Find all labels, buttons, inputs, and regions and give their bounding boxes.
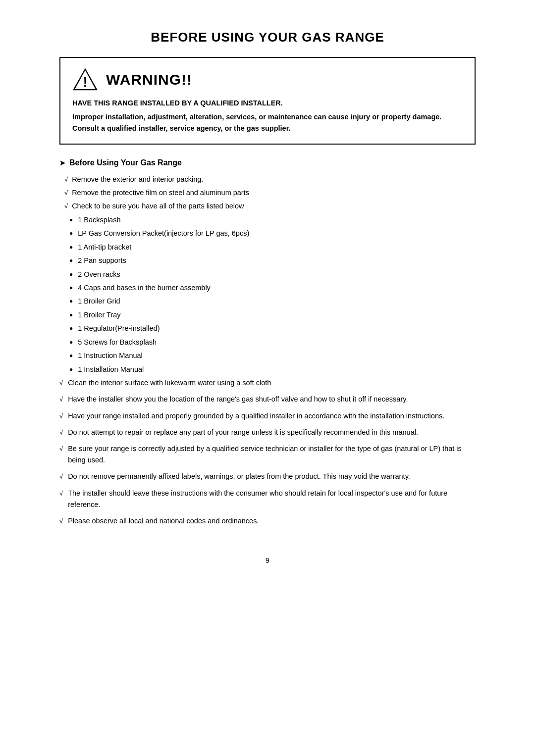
paragraph-item: √ Have the installer show you the locati… xyxy=(59,394,476,405)
warning-title: WARNING!! xyxy=(106,71,192,88)
check-item-text: Remove the exterior and interior packing… xyxy=(72,174,203,185)
check-mark-icon: √ xyxy=(59,472,63,482)
check-mark-icon: √ xyxy=(59,395,63,405)
section-heading: Before Using Your Gas Range xyxy=(59,158,476,167)
paragraph-item: √ Do not attempt to repair or replace an… xyxy=(59,427,476,438)
paragraph-text: Clean the interior surface with lukewarm… xyxy=(68,377,476,389)
paragraph-item: √ The installer should leave these instr… xyxy=(59,488,476,510)
check-item: √ Check to be sure you have all of the p… xyxy=(64,201,476,212)
list-item: 4 Caps and bases in the burner assembly xyxy=(69,282,476,293)
check-mark-icon: √ xyxy=(64,188,68,198)
paragraph-text: Please observe all local and national co… xyxy=(68,515,476,527)
warning-header: ! WARNING!! xyxy=(72,67,463,93)
parts-list: 1 Backsplash LP Gas Conversion Packet(in… xyxy=(69,214,476,375)
paragraph-text: The installer should leave these instruc… xyxy=(68,488,476,510)
list-item: 1 Broiler Grid xyxy=(69,296,476,306)
list-item: 1 Anti-tip bracket xyxy=(69,242,476,252)
list-item: 1 Instruction Manual xyxy=(69,350,476,361)
check-mark-icon: √ xyxy=(64,175,68,185)
check-mark-icon: √ xyxy=(59,411,63,422)
paragraph-item: √ Have your range installed and properly… xyxy=(59,410,476,422)
paragraph-text: Do not remove permanently affixed labels… xyxy=(68,471,476,482)
warning-line2: Improper installation, adjustment, alter… xyxy=(72,111,463,134)
check-mark-icon: √ xyxy=(59,489,63,499)
check-items-section: √ Remove the exterior and interior packi… xyxy=(59,174,476,211)
list-item: 1 Broiler Tray xyxy=(69,309,476,320)
paragraph-text: Do not attempt to repair or replace any … xyxy=(68,427,476,438)
warning-line1: HAVE THIS RANGE INSTALLED BY A QUALIFIED… xyxy=(72,98,463,108)
paragraph-section: √ Clean the interior surface with lukewa… xyxy=(59,377,476,527)
page-number: 9 xyxy=(59,556,476,564)
list-item: 5 Screws for Backsplash xyxy=(69,337,476,348)
svg-text:!: ! xyxy=(83,74,87,90)
paragraph-item: √ Do not remove permanently affixed labe… xyxy=(59,471,476,482)
list-item: 1 Installation Manual xyxy=(69,364,476,375)
paragraph-item: √ Be sure your range is correctly adjust… xyxy=(59,443,476,466)
paragraph-text: Be sure your range is correctly adjusted… xyxy=(68,443,476,466)
check-mark-icon: √ xyxy=(64,202,68,211)
check-item-text: Check to be sure you have all of the par… xyxy=(72,201,244,212)
check-item: √ Remove the exterior and interior packi… xyxy=(64,174,476,185)
warning-box: ! WARNING!! HAVE THIS RANGE INSTALLED BY… xyxy=(59,57,476,145)
check-item: √ Remove the protective film on steel an… xyxy=(64,188,476,199)
list-item: 2 Oven racks xyxy=(69,269,476,280)
paragraph-text: Have the installer show you the location… xyxy=(68,394,476,405)
warning-icon: ! xyxy=(72,67,98,93)
check-mark-icon: √ xyxy=(59,378,63,389)
paragraph-item: √ Please observe all local and national … xyxy=(59,515,476,527)
page-title: BEFORE USING YOUR GAS RANGE xyxy=(59,30,476,45)
list-item: 1 Backsplash xyxy=(69,214,476,225)
check-mark-icon: √ xyxy=(59,516,63,527)
list-item: 1 Regulator(Pre-installed) xyxy=(69,323,476,334)
paragraph-item: √ Clean the interior surface with lukewa… xyxy=(59,377,476,389)
paragraph-text: Have your range installed and properly g… xyxy=(68,410,476,422)
check-item-text: Remove the protective film on steel and … xyxy=(72,188,249,199)
list-item: LP Gas Conversion Packet(injectors for L… xyxy=(69,228,476,239)
check-mark-icon: √ xyxy=(59,444,63,454)
list-item: 2 Pan supports xyxy=(69,255,476,266)
check-mark-icon: √ xyxy=(59,428,63,438)
